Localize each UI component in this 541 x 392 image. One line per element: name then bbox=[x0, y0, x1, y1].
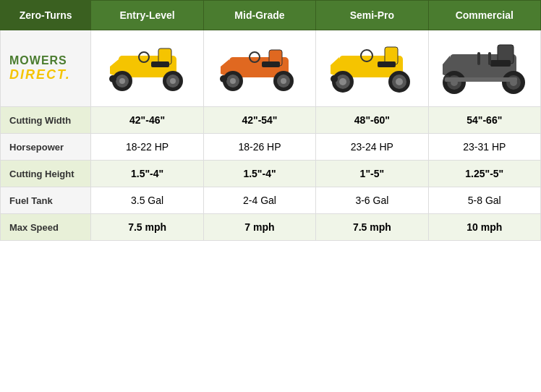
data-row-1: Horsepower18-22 HP18-26 HP23-24 HP23-31 … bbox=[1, 134, 541, 161]
row-0-col-1: 42"-46" bbox=[91, 107, 203, 134]
mower-commercial bbox=[428, 30, 540, 107]
row-label-1: Horsepower bbox=[1, 134, 91, 161]
data-row-3: Fuel Tank3.5 Gal2-4 Gal3-6 Gal5-8 Gal bbox=[1, 187, 541, 214]
logo-direct: DIRECT. bbox=[9, 67, 71, 82]
mower-entry-svg bbox=[104, 41, 191, 95]
svg-point-35 bbox=[331, 75, 338, 82]
row-0-col-3: 48"-60" bbox=[316, 107, 428, 134]
header-row: Zero-Turns Entry-Level Mid-Grade Semi-Pr… bbox=[1, 1, 541, 30]
svg-point-10 bbox=[170, 78, 176, 84]
logo: MOWERS DIRECT. bbox=[9, 54, 82, 82]
row-4-col-4: 10 mph bbox=[428, 214, 540, 241]
row-4-col-2: 7 mph bbox=[203, 214, 315, 241]
row-0-col-2: 42"-54" bbox=[203, 107, 315, 134]
svg-point-22 bbox=[281, 78, 286, 84]
row-label-4: Max Speed bbox=[1, 214, 91, 241]
mower-entry-container bbox=[97, 41, 197, 95]
mower-commercial-container bbox=[435, 41, 534, 95]
mower-entry bbox=[91, 30, 203, 107]
row-3-col-2: 2-4 Gal bbox=[203, 187, 315, 214]
svg-point-23 bbox=[220, 75, 227, 82]
mower-semi bbox=[316, 30, 428, 107]
row-2-col-4: 1.25"-5" bbox=[428, 161, 540, 187]
image-row: MOWERS DIRECT. bbox=[1, 30, 541, 107]
svg-rect-39 bbox=[477, 52, 480, 65]
svg-point-7 bbox=[119, 78, 125, 84]
svg-rect-40 bbox=[488, 52, 491, 65]
svg-point-31 bbox=[339, 78, 346, 85]
mower-mid-container bbox=[210, 41, 310, 95]
mower-commercial-svg bbox=[441, 41, 528, 95]
mower-semi-svg bbox=[328, 41, 415, 95]
row-0-col-4: 54"-66" bbox=[428, 107, 540, 134]
row-3-col-3: 3-6 Gal bbox=[316, 187, 428, 214]
svg-rect-26 bbox=[378, 61, 396, 67]
header-col3: Semi-Pro bbox=[316, 1, 428, 30]
svg-point-11 bbox=[109, 75, 116, 82]
logo-cell: MOWERS DIRECT. bbox=[1, 30, 91, 107]
data-row-0: Cutting Width42"-46"42"-54"48"-60"54"-66… bbox=[1, 107, 541, 134]
row-label-2: Cutting Height bbox=[1, 161, 91, 187]
svg-rect-14 bbox=[262, 61, 280, 67]
row-4-col-1: 7.5 mph bbox=[91, 214, 203, 241]
mower-mid-svg bbox=[216, 41, 303, 95]
mower-mid bbox=[203, 30, 315, 107]
row-3-col-1: 3.5 Gal bbox=[91, 187, 203, 214]
row-2-col-2: 1.5"-4" bbox=[203, 161, 315, 187]
row-1-col-3: 23-24 HP bbox=[316, 134, 428, 161]
header-col0: Zero-Turns bbox=[1, 1, 91, 30]
svg-rect-38 bbox=[490, 60, 511, 67]
mower-semi-container bbox=[322, 41, 422, 95]
row-1-col-2: 18-26 HP bbox=[203, 134, 315, 161]
row-label-0: Cutting Width bbox=[1, 107, 91, 134]
svg-rect-49 bbox=[445, 77, 517, 82]
svg-point-34 bbox=[396, 78, 403, 85]
header-col2: Mid-Grade bbox=[203, 1, 315, 30]
row-1-col-1: 18-22 HP bbox=[91, 134, 203, 161]
data-row-2: Cutting Height1.5"-4"1.5"-4"1"-5"1.25"-5… bbox=[1, 161, 541, 187]
row-3-col-4: 5-8 Gal bbox=[428, 187, 540, 214]
header-col4: Commercial bbox=[428, 1, 540, 30]
svg-rect-2 bbox=[151, 61, 169, 67]
header-col1: Entry-Level bbox=[91, 1, 203, 30]
row-2-col-1: 1.5"-4" bbox=[91, 161, 203, 187]
svg-point-19 bbox=[230, 78, 236, 84]
row-2-col-3: 1"-5" bbox=[316, 161, 428, 187]
comparison-table: Zero-Turns Entry-Level Mid-Grade Semi-Pr… bbox=[0, 0, 541, 241]
row-4-col-3: 7.5 mph bbox=[316, 214, 428, 241]
row-label-3: Fuel Tank bbox=[1, 187, 91, 214]
data-row-4: Max Speed7.5 mph7 mph7.5 mph10 mph bbox=[1, 214, 541, 241]
row-1-col-4: 23-31 HP bbox=[428, 134, 540, 161]
logo-mowers: MOWERS bbox=[9, 54, 67, 67]
